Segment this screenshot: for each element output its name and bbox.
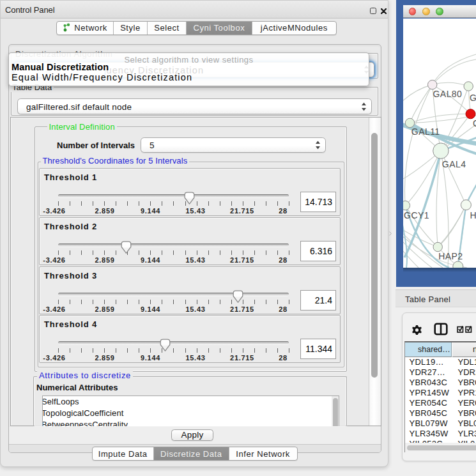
svg-text:HAP2: HAP2 — [438, 250, 463, 261]
svg-text:GAL11: GAL11 — [411, 126, 440, 136]
svg-text:GA: GA — [470, 93, 476, 103]
svg-text:GAL80: GAL80 — [433, 88, 463, 98]
svg-text:GCY1: GCY1 — [404, 210, 429, 220]
svg-text:GAL4: GAL4 — [442, 159, 466, 169]
svg-text:H: H — [470, 210, 476, 220]
svg-text:C: C — [473, 118, 476, 128]
